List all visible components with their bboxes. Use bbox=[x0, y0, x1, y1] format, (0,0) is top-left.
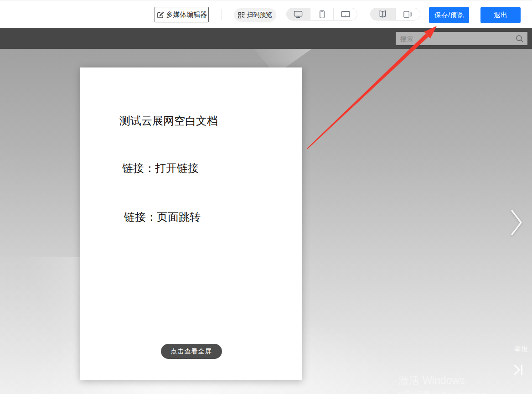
media-editor-label: 多媒体编辑器 bbox=[166, 10, 207, 19]
media-editor-button[interactable]: 多媒体编辑器 bbox=[155, 7, 209, 22]
document-title: 测试云展网空白文档 bbox=[119, 114, 218, 128]
search-input[interactable] bbox=[396, 32, 515, 45]
windows-activation-watermark: 激活 Windows 转到"设置"以激活 Windows bbox=[398, 373, 486, 394]
flipbook-stage: 测试云展网空白文档 链接：打开链接 链接：页面跳转 点击查看全屏 举报 激活 W… bbox=[0, 49, 532, 394]
watermark-line2: 转到"设置"以激活 Windows bbox=[398, 390, 486, 394]
device-preview-toggle-group bbox=[286, 8, 357, 21]
watermark-line1: 激活 Windows bbox=[398, 373, 486, 388]
tablet-icon bbox=[341, 10, 351, 18]
open-book-icon bbox=[378, 10, 387, 18]
document-link-open-url[interactable]: 链接：打开链接 bbox=[122, 161, 199, 176]
qr-code-icon bbox=[238, 12, 245, 19]
scan-preview-button[interactable]: 扫码预览 bbox=[234, 8, 276, 22]
search-box bbox=[396, 32, 527, 45]
last-page-icon bbox=[512, 363, 525, 376]
top-toolbar: 多媒体编辑器 扫码预览 bbox=[0, 0, 532, 28]
document-page: 测试云展网空白文档 链接：打开链接 链接：页面跳转 点击查看全屏 bbox=[80, 67, 302, 380]
report-link[interactable]: 举报 bbox=[514, 345, 528, 353]
edit-square-icon bbox=[156, 11, 164, 19]
device-tablet-toggle[interactable] bbox=[334, 8, 357, 20]
phone-icon bbox=[319, 10, 325, 19]
reader-header-bar bbox=[0, 28, 532, 49]
view-single-page-toggle[interactable] bbox=[396, 8, 420, 20]
document-link-page-jump[interactable]: 链接：页面跳转 bbox=[124, 210, 201, 224]
device-phone-toggle[interactable] bbox=[310, 8, 334, 20]
chevron-right-icon bbox=[510, 208, 523, 237]
scan-preview-label: 扫码预览 bbox=[247, 11, 272, 19]
save-preview-button[interactable]: 保存/预览 bbox=[429, 7, 469, 23]
magnifier-icon[interactable] bbox=[515, 34, 524, 43]
flipbook-preview-window: 多媒体编辑器 扫码预览 bbox=[0, 0, 532, 394]
next-page-button[interactable] bbox=[510, 208, 523, 237]
exit-button[interactable]: 退出 bbox=[480, 7, 521, 23]
page-view-toggle-group bbox=[370, 8, 420, 21]
last-page-button[interactable] bbox=[512, 363, 525, 376]
view-spread-toggle[interactable] bbox=[371, 8, 396, 20]
toolbar-divider bbox=[222, 9, 222, 20]
view-fullscreen-button[interactable]: 点击查看全屏 bbox=[161, 344, 222, 359]
desktop-icon bbox=[293, 10, 303, 18]
single-page-icon bbox=[403, 10, 412, 18]
device-desktop-toggle[interactable] bbox=[287, 8, 310, 20]
